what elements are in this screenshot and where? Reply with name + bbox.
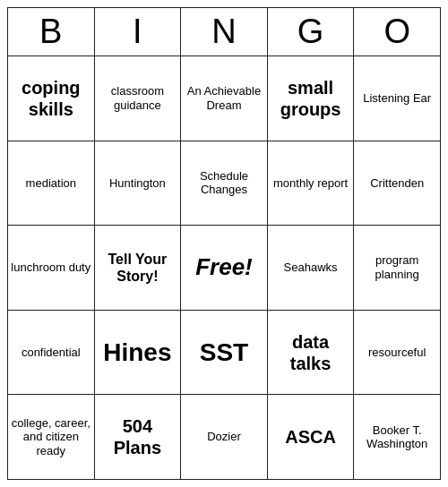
bingo-cell-r1-c4: Crittenden: [354, 141, 441, 226]
bingo-cell-r4-c2: Dozier: [181, 395, 268, 480]
bingo-row-1: mediationHuntingtonSchedule Changesmonth…: [8, 141, 441, 226]
bingo-cell-r1-c2: Schedule Changes: [181, 141, 268, 226]
bingo-cell-r0-c2: An Achievable Dream: [181, 56, 268, 141]
bingo-row-3: confidentialHinesSSTdata talksresourcefu…: [8, 310, 441, 395]
bingo-cell-r3-c0: confidential: [8, 310, 95, 395]
bingo-letter-b: B: [8, 8, 95, 56]
bingo-cell-r3-c3: data talks: [267, 310, 354, 395]
bingo-cell-r0-c4: Listening Ear: [354, 56, 441, 141]
bingo-row-4: college, career, and citizen ready504 Pl…: [8, 395, 441, 480]
bingo-cell-r4-c1: 504 Plans: [94, 395, 181, 480]
bingo-letter-o: O: [354, 8, 441, 56]
bingo-letter-i: I: [94, 8, 181, 56]
bingo-cell-r4-c3: ASCA: [267, 395, 354, 480]
bingo-cell-r4-c4: Booker T. Washington: [354, 395, 441, 480]
bingo-row-2: lunchroom dutyTell Your Story!Free!Seaha…: [8, 226, 441, 311]
bingo-cell-r2-c2: Free!: [181, 226, 268, 311]
bingo-cell-r0-c1: classroom guidance: [94, 56, 181, 141]
bingo-cell-r2-c1: Tell Your Story!: [94, 226, 181, 311]
bingo-cell-r4-c0: college, career, and citizen ready: [8, 395, 95, 480]
bingo-letter-g: G: [267, 8, 354, 56]
bingo-cell-r3-c1: Hines: [94, 310, 181, 395]
bingo-cell-r2-c4: program planning: [354, 226, 441, 311]
bingo-cell-r0-c3: small groups: [267, 56, 354, 141]
bingo-cell-r3-c2: SST: [181, 310, 268, 395]
bingo-cell-r1-c1: Huntington: [94, 141, 181, 226]
bingo-cell-r2-c3: Seahawks: [267, 226, 354, 311]
bingo-table: BINGO coping skillsclassroom guidanceAn …: [7, 7, 441, 480]
bingo-cell-r3-c4: resourceful: [354, 310, 441, 395]
bingo-row-0: coping skillsclassroom guidanceAn Achiev…: [8, 56, 441, 141]
bingo-cell-r1-c0: mediation: [8, 141, 95, 226]
bingo-cell-r1-c3: monthly report: [267, 141, 354, 226]
bingo-letter-n: N: [181, 8, 268, 56]
bingo-cell-r2-c0: lunchroom duty: [8, 226, 95, 311]
bingo-cell-r0-c0: coping skills: [8, 56, 95, 141]
